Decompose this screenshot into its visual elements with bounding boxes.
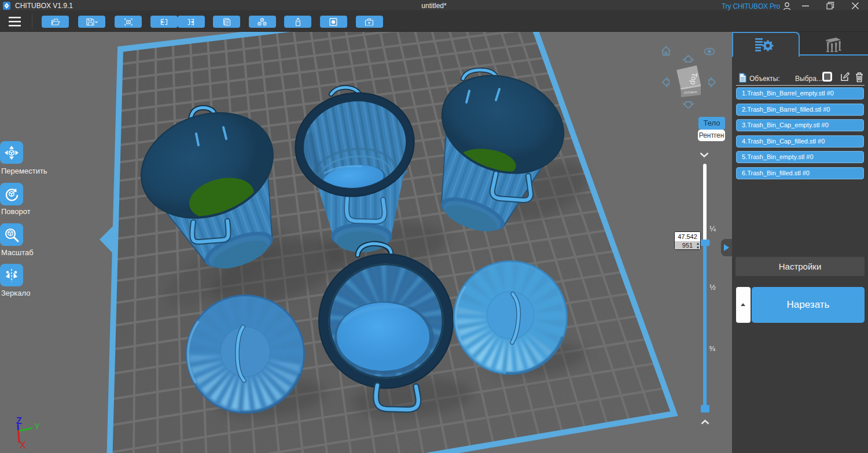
svg-text:Z: Z: [16, 416, 22, 426]
svg-text:Top: Top: [689, 72, 698, 86]
svg-text:Y: Y: [34, 421, 40, 431]
svg-text:X: X: [20, 440, 26, 450]
